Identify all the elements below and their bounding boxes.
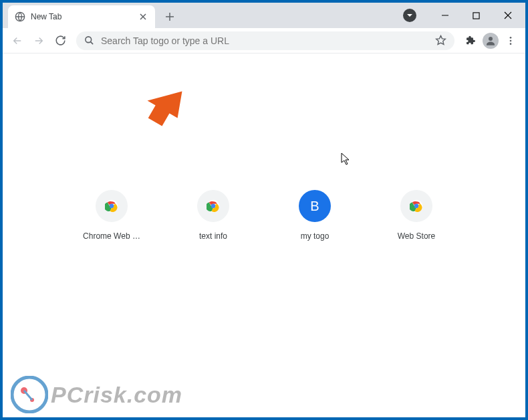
svg-point-6 [510, 43, 512, 45]
forward-button[interactable] [29, 31, 48, 50]
watermark-logo-icon [11, 376, 48, 413]
titlebar: New Tab [3, 3, 525, 28]
svg-point-3 [489, 37, 493, 41]
shortcut-text-info[interactable]: text info [186, 190, 240, 241]
extensions-icon[interactable] [465, 35, 476, 46]
mouse-cursor-icon [341, 152, 352, 166]
minimize-button[interactable] [430, 5, 460, 26]
browser-tab[interactable]: New Tab [8, 5, 155, 28]
maximize-button[interactable] [461, 5, 491, 26]
omnibox-input[interactable] [101, 35, 435, 46]
shortcut-web-store[interactable]: Web Store [390, 190, 443, 241]
svg-point-13 [415, 205, 418, 208]
svg-point-5 [510, 39, 512, 41]
browser-window: New Tab [3, 3, 525, 417]
shortcuts-row: Chrome Web … text info B my togo Web Sto… [85, 190, 443, 241]
back-button[interactable] [8, 31, 27, 50]
shortcut-letter-icon: B [299, 190, 331, 222]
toolbar [3, 28, 525, 54]
chrome-icon [207, 199, 220, 213]
shortcut-label: Chrome Web … [83, 231, 140, 241]
annotation-arrow-icon [144, 86, 192, 134]
new-tab-button[interactable] [160, 7, 179, 26]
watermark-text: PCrisk.com [51, 382, 182, 408]
chrome-icon [105, 199, 118, 213]
shortcut-label: my togo [301, 231, 329, 241]
reload-button[interactable] [51, 31, 70, 50]
shortcut-chrome-web[interactable]: Chrome Web … [85, 190, 138, 241]
svg-point-4 [510, 37, 512, 39]
chrome-icon [410, 199, 423, 213]
shortcut-label: text info [199, 231, 227, 241]
tab-title: New Tab [31, 12, 138, 21]
extension-badge-icon[interactable] [403, 9, 416, 22]
shortcut-icon [400, 190, 432, 222]
svg-point-11 [212, 205, 215, 208]
new-tab-content: Chrome Web … text info B my togo Web Sto… [3, 54, 525, 417]
bookmark-star-icon[interactable] [435, 35, 446, 46]
shortcut-label: Web Store [398, 231, 435, 241]
watermark: PCrisk.com [11, 376, 182, 413]
menu-button[interactable] [505, 35, 516, 46]
shortcut-my-togo[interactable]: B my togo [288, 190, 342, 241]
svg-point-2 [86, 37, 92, 43]
svg-rect-1 [473, 12, 479, 18]
shortcut-icon [96, 190, 128, 222]
svg-point-14 [12, 377, 47, 412]
address-bar[interactable] [76, 31, 454, 50]
shortcut-icon [197, 190, 229, 222]
toolbar-right [461, 33, 520, 49]
search-icon [84, 35, 94, 45]
close-tab-button[interactable] [138, 11, 148, 22]
close-window-button[interactable] [493, 5, 523, 26]
window-controls [403, 3, 525, 28]
profile-avatar-icon[interactable] [483, 33, 499, 49]
globe-icon [15, 11, 25, 22]
